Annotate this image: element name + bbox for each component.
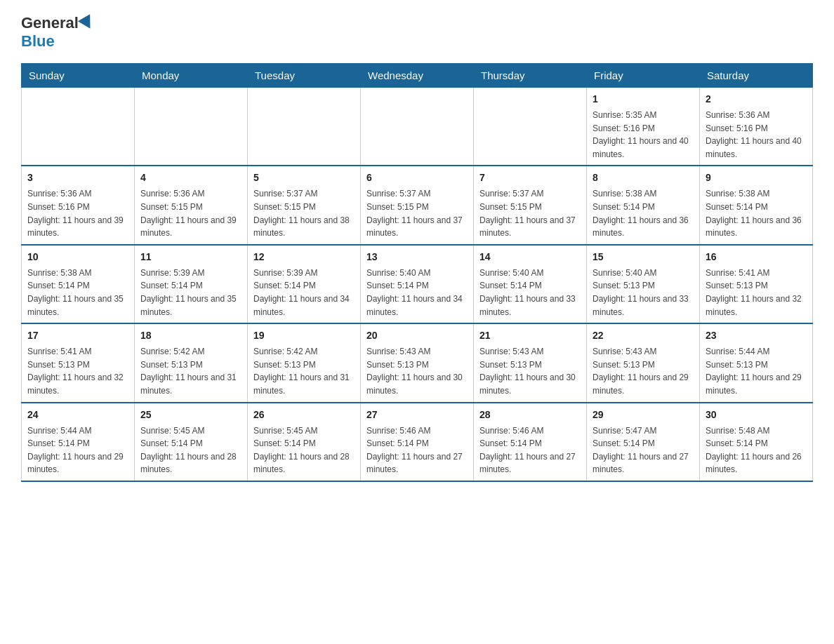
day-number: 24 [27, 408, 128, 422]
calendar-cell: 6Sunrise: 5:37 AMSunset: 5:15 PMDaylight… [361, 166, 474, 244]
day-info: Sunrise: 5:37 AMSunset: 5:15 PMDaylight:… [253, 187, 355, 239]
calendar-cell: 24Sunrise: 5:44 AMSunset: 5:14 PMDayligh… [22, 403, 135, 481]
calendar-body: 1Sunrise: 5:35 AMSunset: 5:16 PMDaylight… [22, 88, 813, 481]
day-number: 7 [479, 170, 581, 185]
calendar-cell [248, 88, 361, 166]
calendar-cell [361, 88, 474, 166]
day-info: Sunrise: 5:42 AMSunset: 5:13 PMDaylight:… [253, 345, 355, 397]
day-number: 14 [479, 250, 581, 264]
day-info: Sunrise: 5:42 AMSunset: 5:13 PMDaylight:… [140, 345, 241, 397]
day-number: 28 [479, 408, 581, 422]
day-info: Sunrise: 5:46 AMSunset: 5:14 PMDaylight:… [479, 424, 581, 476]
day-number: 11 [140, 250, 241, 264]
calendar-cell: 2Sunrise: 5:36 AMSunset: 5:16 PMDaylight… [700, 88, 813, 166]
day-info: Sunrise: 5:36 AMSunset: 5:15 PMDaylight:… [140, 187, 241, 239]
day-info: Sunrise: 5:37 AMSunset: 5:15 PMDaylight:… [366, 187, 468, 239]
calendar-header-row: SundayMondayTuesdayWednesdayThursdayFrid… [22, 64, 813, 88]
day-info: Sunrise: 5:39 AMSunset: 5:14 PMDaylight:… [140, 267, 241, 318]
calendar-cell: 3Sunrise: 5:36 AMSunset: 5:16 PMDaylight… [22, 166, 135, 244]
calendar-cell [474, 88, 587, 166]
day-info: Sunrise: 5:38 AMSunset: 5:14 PMDaylight:… [27, 267, 128, 318]
day-number: 30 [706, 408, 807, 422]
calendar-cell: 21Sunrise: 5:43 AMSunset: 5:13 PMDayligh… [474, 323, 587, 402]
day-number: 22 [593, 328, 694, 343]
day-number: 3 [27, 170, 128, 185]
day-number: 12 [253, 250, 355, 264]
day-info: Sunrise: 5:37 AMSunset: 5:15 PMDaylight:… [479, 187, 581, 239]
calendar-cell: 5Sunrise: 5:37 AMSunset: 5:15 PMDaylight… [248, 166, 361, 244]
day-number: 21 [479, 328, 581, 343]
logo: General Blue [21, 14, 95, 51]
day-number: 19 [253, 328, 355, 343]
calendar-cell [22, 88, 135, 166]
day-number: 16 [706, 250, 807, 264]
day-number: 26 [253, 408, 355, 422]
day-number: 4 [140, 170, 241, 185]
weekday-header-friday: Friday [587, 64, 700, 88]
day-number: 18 [140, 328, 241, 343]
calendar-cell: 7Sunrise: 5:37 AMSunset: 5:15 PMDaylight… [474, 166, 587, 244]
calendar-cell: 18Sunrise: 5:42 AMSunset: 5:13 PMDayligh… [135, 323, 248, 402]
calendar-cell: 10Sunrise: 5:38 AMSunset: 5:14 PMDayligh… [22, 245, 135, 323]
day-info: Sunrise: 5:38 AMSunset: 5:14 PMDaylight:… [706, 187, 807, 239]
day-info: Sunrise: 5:43 AMSunset: 5:13 PMDaylight:… [479, 345, 581, 397]
calendar-cell: 23Sunrise: 5:44 AMSunset: 5:13 PMDayligh… [700, 323, 813, 402]
logo-arrow-icon [78, 14, 96, 32]
logo-blue-text: Blue [21, 32, 55, 51]
weekday-header-sunday: Sunday [22, 64, 135, 88]
day-info: Sunrise: 5:45 AMSunset: 5:14 PMDaylight:… [140, 424, 241, 476]
day-info: Sunrise: 5:46 AMSunset: 5:14 PMDaylight:… [366, 424, 468, 476]
day-number: 10 [27, 250, 128, 264]
calendar-week-3: 10Sunrise: 5:38 AMSunset: 5:14 PMDayligh… [22, 245, 813, 323]
day-info: Sunrise: 5:39 AMSunset: 5:14 PMDaylight:… [253, 267, 355, 318]
calendar-cell: 9Sunrise: 5:38 AMSunset: 5:14 PMDaylight… [700, 166, 813, 244]
day-info: Sunrise: 5:41 AMSunset: 5:13 PMDaylight:… [27, 345, 128, 397]
calendar-cell: 1Sunrise: 5:35 AMSunset: 5:16 PMDaylight… [587, 88, 700, 166]
day-info: Sunrise: 5:44 AMSunset: 5:13 PMDaylight:… [706, 345, 807, 397]
calendar-cell: 22Sunrise: 5:43 AMSunset: 5:13 PMDayligh… [587, 323, 700, 402]
calendar-cell: 28Sunrise: 5:46 AMSunset: 5:14 PMDayligh… [474, 403, 587, 481]
weekday-header-thursday: Thursday [474, 64, 587, 88]
calendar-table: SundayMondayTuesdayWednesdayThursdayFrid… [21, 63, 813, 482]
calendar-cell: 19Sunrise: 5:42 AMSunset: 5:13 PMDayligh… [248, 323, 361, 402]
day-number: 23 [706, 328, 807, 343]
calendar-cell: 13Sunrise: 5:40 AMSunset: 5:14 PMDayligh… [361, 245, 474, 323]
day-number: 1 [593, 92, 694, 107]
calendar-cell: 12Sunrise: 5:39 AMSunset: 5:14 PMDayligh… [248, 245, 361, 323]
calendar-cell: 20Sunrise: 5:43 AMSunset: 5:13 PMDayligh… [361, 323, 474, 402]
day-info: Sunrise: 5:36 AMSunset: 5:16 PMDaylight:… [27, 187, 128, 239]
calendar-cell: 17Sunrise: 5:41 AMSunset: 5:13 PMDayligh… [22, 323, 135, 402]
page-header: General Blue [21, 14, 813, 51]
calendar-cell: 26Sunrise: 5:45 AMSunset: 5:14 PMDayligh… [248, 403, 361, 481]
day-info: Sunrise: 5:45 AMSunset: 5:14 PMDaylight:… [253, 424, 355, 476]
day-number: 2 [706, 92, 807, 107]
calendar-cell: 29Sunrise: 5:47 AMSunset: 5:14 PMDayligh… [587, 403, 700, 481]
day-number: 17 [27, 328, 128, 343]
day-info: Sunrise: 5:40 AMSunset: 5:14 PMDaylight:… [366, 267, 468, 318]
day-number: 5 [253, 170, 355, 185]
day-info: Sunrise: 5:44 AMSunset: 5:14 PMDaylight:… [27, 424, 128, 476]
day-info: Sunrise: 5:40 AMSunset: 5:13 PMDaylight:… [593, 267, 694, 318]
calendar-cell: 16Sunrise: 5:41 AMSunset: 5:13 PMDayligh… [700, 245, 813, 323]
calendar-cell: 4Sunrise: 5:36 AMSunset: 5:15 PMDaylight… [135, 166, 248, 244]
calendar-week-2: 3Sunrise: 5:36 AMSunset: 5:16 PMDaylight… [22, 166, 813, 244]
day-number: 6 [366, 170, 468, 185]
weekday-header-tuesday: Tuesday [248, 64, 361, 88]
day-number: 27 [366, 408, 468, 422]
day-number: 25 [140, 408, 241, 422]
calendar-week-5: 24Sunrise: 5:44 AMSunset: 5:14 PMDayligh… [22, 403, 813, 481]
calendar-cell: 11Sunrise: 5:39 AMSunset: 5:14 PMDayligh… [135, 245, 248, 323]
calendar-cell: 8Sunrise: 5:38 AMSunset: 5:14 PMDaylight… [587, 166, 700, 244]
day-number: 20 [366, 328, 468, 343]
day-info: Sunrise: 5:41 AMSunset: 5:13 PMDaylight:… [706, 267, 807, 318]
day-number: 29 [593, 408, 694, 422]
logo-general-text: General [21, 14, 79, 32]
calendar-cell: 15Sunrise: 5:40 AMSunset: 5:13 PMDayligh… [587, 245, 700, 323]
day-number: 8 [593, 170, 694, 185]
day-info: Sunrise: 5:36 AMSunset: 5:16 PMDaylight:… [706, 109, 807, 161]
calendar-cell: 30Sunrise: 5:48 AMSunset: 5:14 PMDayligh… [700, 403, 813, 481]
day-info: Sunrise: 5:48 AMSunset: 5:14 PMDaylight:… [706, 424, 807, 476]
calendar-week-4: 17Sunrise: 5:41 AMSunset: 5:13 PMDayligh… [22, 323, 813, 402]
calendar-cell [135, 88, 248, 166]
day-number: 15 [593, 250, 694, 264]
